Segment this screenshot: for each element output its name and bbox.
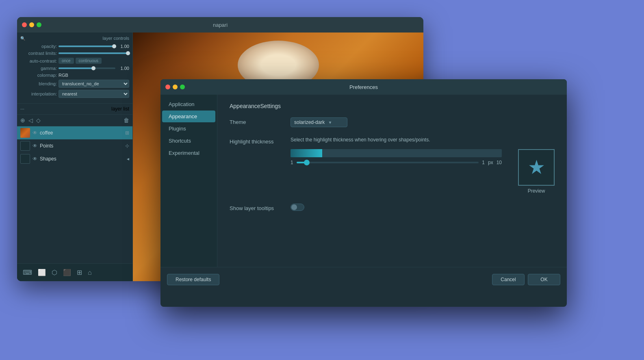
tooltips-label: Show layer tooltips	[230, 204, 282, 211]
split-icon[interactable]: ⬛	[63, 269, 71, 276]
layer-controls-header: 🔍 layer controls	[20, 36, 129, 41]
opacity-label: opacity:	[20, 44, 57, 49]
interpolation-label: interpolation:	[20, 91, 57, 96]
shapes-layer-icon: ◂	[127, 156, 129, 162]
theme-value: solarized-dark	[294, 119, 325, 125]
auto-contrast-label: auto-contrast:	[20, 59, 57, 63]
dots-menu-icon[interactable]: ···	[20, 106, 24, 112]
interpolation-row: interpolation: nearest	[20, 90, 129, 98]
highlight-row: Highlight thickness Select the highlight…	[230, 137, 555, 194]
pref-body: Application Appearance Plugins Shortcuts…	[160, 95, 567, 267]
layer-list-section: ··· layer list ⊕ ◁ ◇ 🗑 👁 coffee	[17, 104, 132, 263]
layer-controls: 🔍 layer controls opacity: 1.00 contrast …	[17, 33, 132, 104]
sidebar-item-appearance[interactable]: Appearance	[162, 111, 215, 122]
highlight-slider[interactable]	[297, 162, 479, 163]
slider-thumb	[304, 160, 310, 165]
colormap-row: colormap: RGB	[20, 73, 129, 78]
napari-title-bar: napari	[17, 17, 423, 33]
tooltips-toggle[interactable]	[291, 204, 304, 211]
search-icon[interactable]: 🔍	[20, 36, 25, 41]
sidebar-item-plugins[interactable]: Plugins	[162, 123, 215, 134]
pref-traffic-lights	[165, 85, 185, 89]
continuous-button[interactable]: continuous	[76, 58, 102, 64]
traffic-lights	[22, 22, 41, 27]
layer-list-label: layer list	[111, 106, 129, 112]
gamma-slider[interactable]	[59, 67, 115, 69]
blending-select[interactable]: translucent_no_de	[59, 80, 129, 88]
contrast-row: contrast limits:	[20, 51, 129, 56]
layer-item[interactable]: 👁 Points ⊹	[17, 139, 132, 152]
opacity-value: 1.00	[117, 44, 129, 49]
once-button[interactable]: once	[59, 58, 74, 64]
left-panel: 🔍 layer controls opacity: 1.00 contrast …	[17, 33, 133, 281]
preferences-dialog: Preferences Application Appearance Plugi…	[160, 79, 567, 307]
star-icon: ★	[528, 158, 545, 177]
sidebar-item-application[interactable]: Application	[162, 98, 215, 110]
slider-max-label: 10	[497, 160, 502, 165]
pref-main: Application Appearance Plugins Shortcuts…	[160, 95, 567, 307]
theme-select[interactable]: solarized-dark ▼	[291, 117, 347, 127]
blending-label: blending:	[20, 81, 57, 86]
pref-close-button[interactable]	[165, 85, 170, 89]
highlight-content: Select the highlight thickness when hove…	[291, 137, 555, 194]
image-layer-icon: ⊞	[125, 130, 129, 136]
maximize-button[interactable]	[37, 22, 41, 27]
home-icon[interactable]: ⌂	[88, 269, 92, 276]
visibility-icon[interactable]: 👁	[33, 130, 37, 136]
grid-icon[interactable]: ⊞	[77, 269, 82, 276]
layer-thumbnail	[20, 154, 30, 164]
pref-maximize-button[interactable]	[180, 85, 185, 89]
add-shapes-icon[interactable]: ◁	[28, 117, 33, 124]
layer-tools: ⊕ ◁ ◇ 🗑	[17, 115, 132, 126]
layer-thumbnail	[20, 141, 30, 151]
pref-footer: Restore defaults Cancel OK	[160, 267, 567, 291]
highlight-slider-area: 1 1 px 10	[291, 149, 502, 165]
visibility-icon[interactable]: 👁	[33, 156, 37, 162]
tooltips-row: Show layer tooltips	[230, 204, 555, 211]
opacity-slider[interactable]	[59, 46, 115, 47]
square-icon[interactable]: ⬜	[38, 269, 46, 276]
layer-name: coffee	[40, 130, 123, 136]
slider-unit: px	[488, 160, 493, 165]
cube-icon[interactable]: ⬡	[52, 269, 57, 276]
points-layer-icon: ⊹	[125, 143, 129, 149]
delete-layer-icon[interactable]: 🗑	[124, 117, 129, 124]
layer-thumbnail	[20, 128, 30, 138]
interpolation-select[interactable]: nearest	[59, 90, 129, 98]
contrast-label: contrast limits:	[20, 51, 57, 56]
sidebar-item-experimental[interactable]: Experimental	[162, 147, 215, 159]
cancel-button[interactable]: Cancel	[492, 274, 525, 285]
close-button[interactable]	[22, 22, 27, 27]
slider-value: 1	[482, 160, 485, 165]
pref-action-buttons: Cancel OK	[492, 274, 560, 285]
add-label-icon[interactable]: ◇	[36, 117, 41, 124]
minimize-button[interactable]	[29, 22, 34, 27]
preferences-title: Preferences	[349, 84, 378, 90]
opacity-row: opacity: 1.00	[20, 44, 129, 49]
pref-minimize-button[interactable]	[173, 85, 178, 89]
highlight-track	[291, 149, 502, 157]
sidebar-item-shortcuts[interactable]: Shortcuts	[162, 135, 215, 147]
auto-contrast-row: auto-contrast: once continuous	[20, 58, 129, 64]
add-points-icon[interactable]: ⊕	[20, 117, 25, 124]
visibility-icon[interactable]: 👁	[33, 143, 37, 149]
colormap-label: colormap:	[20, 73, 57, 78]
layer-item[interactable]: 👁 Shapes ◂	[17, 152, 132, 165]
highlight-slider-container: 1 1 px 10	[291, 149, 555, 194]
chevron-down-icon: ▼	[328, 120, 332, 125]
layer-item[interactable]: 👁 coffee ⊞	[17, 126, 132, 139]
highlight-track-fill	[291, 149, 322, 157]
pref-content: AppearanceSettings Theme solarized-dark …	[217, 95, 567, 267]
colormap-value: RGB	[59, 73, 68, 78]
terminal-icon[interactable]: ⌨	[23, 269, 32, 276]
restore-defaults-button[interactable]: Restore defaults	[167, 274, 219, 285]
preview-area: ★ Preview	[518, 149, 555, 194]
section-title: AppearanceSettings	[230, 103, 555, 109]
preview-label: Preview	[528, 188, 545, 194]
gamma-value: 1.00	[117, 66, 129, 71]
layer-controls-label: layer controls	[103, 36, 129, 41]
bottom-toolbar: ⌨ ⬜ ⬡ ⬛ ⊞ ⌂	[17, 263, 132, 281]
preview-box: ★	[518, 149, 555, 186]
ok-button[interactable]: OK	[528, 274, 560, 285]
contrast-slider[interactable]	[59, 52, 129, 54]
